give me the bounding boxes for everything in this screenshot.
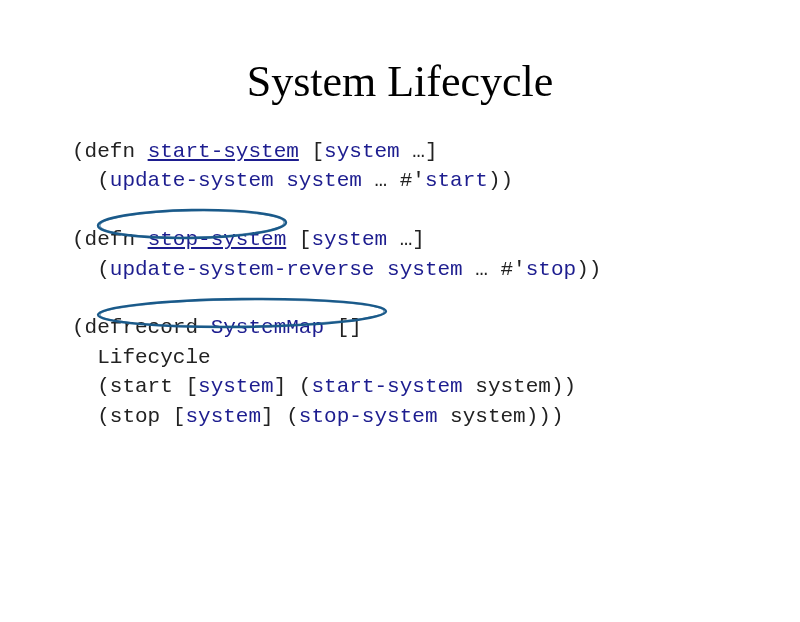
var-start: start <box>425 169 488 192</box>
line-2: (update-system system … #'start)) <box>72 169 513 192</box>
call-update-system-reverse: update-system-reverse <box>110 258 375 281</box>
arg-system: system <box>324 140 400 163</box>
var-stop: stop <box>526 258 576 281</box>
record-name-systemmap: SystemMap <box>211 316 324 339</box>
arg-system: system <box>475 375 551 398</box>
line-9: (start [system] (start-system system)) <box>72 375 576 398</box>
paren-open: (defn <box>72 140 148 163</box>
line-10: (stop [system] (stop-system system))) <box>72 405 564 428</box>
slide-title: System Lifecycle <box>0 0 800 137</box>
line-1: (defn start-system [system …] <box>72 140 438 163</box>
call-update-system: update-system <box>110 169 274 192</box>
fn-name-start-system: start-system <box>148 140 299 163</box>
lifecycle-protocol: Lifecycle <box>72 346 211 369</box>
arg-system: system <box>198 375 274 398</box>
call-start-system: start-system <box>311 375 462 398</box>
arg-system: system <box>185 405 261 428</box>
arg-system: system <box>450 405 526 428</box>
code-block: (defn start-system [system …] (update-sy… <box>0 137 800 431</box>
arg-system: system <box>387 258 463 281</box>
arg-system: system <box>286 169 362 192</box>
arg-system: system <box>311 228 387 251</box>
line-8: Lifecycle <box>72 346 211 369</box>
line-4: (defn stop-system [system …] <box>72 228 425 251</box>
line-5: (update-system-reverse system … #'stop)) <box>72 258 601 281</box>
call-stop-system: stop-system <box>299 405 438 428</box>
fn-name-stop-system: stop-system <box>148 228 287 251</box>
line-7: (defrecord SystemMap [] <box>72 316 362 339</box>
